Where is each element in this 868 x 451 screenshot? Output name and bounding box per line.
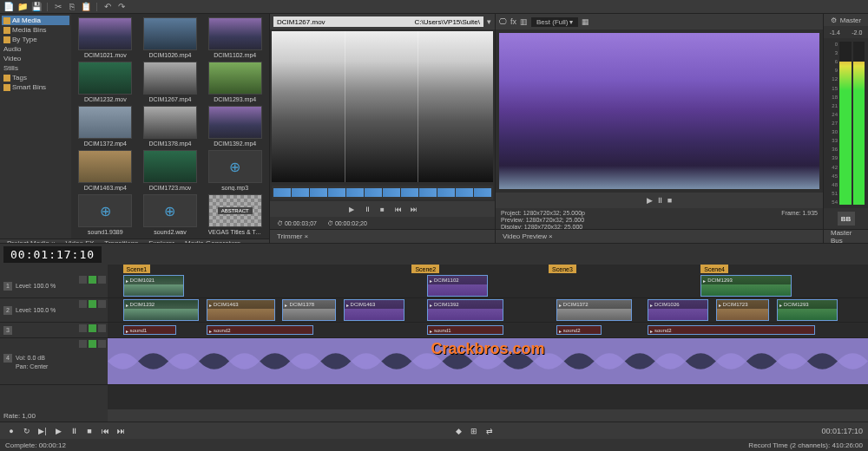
quality-dropdown[interactable]: Best (Full) ▾ [531,17,578,27]
close-icon[interactable]: × [549,232,553,240]
paste-icon[interactable]: 📋 [81,2,91,12]
track-fx-icon[interactable] [98,340,106,348]
mute-icon[interactable] [79,324,87,332]
undo-icon[interactable]: ↶ [102,2,113,12]
solo-icon[interactable] [89,276,96,284]
preview-viewport[interactable] [499,33,819,189]
audio-waveform-track[interactable]: Crackbros.com [108,338,868,385]
tree-item[interactable]: Media Bins [2,25,69,35]
media-item[interactable]: DCIM1372.mp4 [75,106,136,147]
track-header[interactable]: 4Vol: 0.0 dBPan: Center [0,338,108,385]
media-item[interactable]: DCIM1026.mp4 [140,17,201,58]
prev-frame-icon[interactable]: ⏮ [392,203,404,215]
timeline-clip[interactable]: ▸DCIM1102 [427,275,488,297]
pause-icon[interactable]: ⏸ [68,425,80,437]
track-fx-icon[interactable] [98,276,106,284]
trimmer-timeline[interactable] [272,186,493,199]
pause-icon[interactable]: ⏸ [361,203,373,215]
marker-icon[interactable]: ◆ [452,425,464,437]
media-item[interactable]: DCIM1723.mov [140,150,201,191]
timeline-clip[interactable]: ▸DCIM1463 [344,299,404,321]
video-track-2[interactable]: ▸DCIM1232▸DCIM1463▸DCIM1378▸DCIM1463▸DCI… [108,298,868,323]
cut-icon[interactable]: ✂ [53,2,63,12]
track-header[interactable]: 1Level: 100.0 % [0,274,108,298]
fx-icon[interactable]: fx [510,17,516,26]
mute-icon[interactable] [79,276,87,284]
redo-icon[interactable]: ↷ [116,2,127,12]
goto-start-icon[interactable]: ⏮ [99,425,111,437]
record-icon[interactable]: ● [5,425,17,437]
mute-icon[interactable] [79,300,87,308]
trimmer-preview[interactable] [272,31,493,182]
timeline-marker[interactable]: Scene3 [549,265,576,273]
new-icon[interactable]: 📄 [3,2,14,12]
tab-master-bus[interactable]: Master Bus [827,229,865,245]
media-item[interactable]: VEGAS Titles & Text abstract [204,194,266,235]
media-item[interactable]: DCIM1232.mov [75,62,136,102]
split-icon[interactable]: ▥ [520,17,528,26]
media-item[interactable]: DCIM1102.mp4 [204,17,266,58]
audio-track-1[interactable]: ▸sound1▸sound2▸sound1▸sound2▸sound2 [108,323,868,338]
loop-icon[interactable]: ↻ [21,425,33,437]
trimmer-file-dropdown[interactable]: DCIM1267.mov C:\Users\VP15\Suite\ [273,16,483,27]
tree-item[interactable]: By Type [2,35,69,44]
timeline-clip[interactable]: ▸sound2 [556,325,602,335]
tracks-content[interactable]: Scene1Scene2Scene3Scene4 ▸DCIM1021▸DCIM1… [108,265,868,409]
media-item[interactable]: ⊕sound1.9389 [75,194,136,235]
track-header[interactable]: 2Level: 100.0 % [0,298,108,323]
timeline-clip[interactable]: ▸DCIM1463 [207,299,275,321]
timeline-clip[interactable]: ▸DCIM1723 [716,299,769,321]
timeline-clip[interactable]: ▸DCIM1021 [123,275,184,297]
timeline-scrollbar[interactable] [108,409,868,422]
tree-item[interactable]: Tags [2,73,69,82]
track-fx-icon[interactable] [98,300,106,308]
play-icon[interactable]: ▶ [647,196,653,205]
tab-video-preview[interactable]: Video Preview× [499,232,556,240]
pause-icon[interactable]: ⏸ [656,196,664,205]
timeline-clip[interactable]: ▸sound1 [427,325,503,335]
timeline-clip[interactable]: ▸DCIM1378 [282,299,335,321]
open-icon[interactable]: 📁 [17,2,28,12]
timeline-clip[interactable]: ▸DCIM1372 [556,299,633,321]
goto-end-icon[interactable]: ⏭ [115,425,127,437]
video-track-1[interactable]: ▸DCIM1021▸DCIM1102▸DCIM1293 [108,274,868,298]
tree-item[interactable]: Smart Bins [2,82,69,92]
save-icon[interactable]: 💾 [31,2,42,12]
solo-icon[interactable] [89,324,96,332]
media-item[interactable]: ⊕song.mp3 [204,150,266,191]
timeline-clip[interactable]: ▸sound2 [207,325,313,335]
stop-icon[interactable]: ■ [667,196,672,205]
media-item[interactable]: DCIM1293.mp4 [204,62,266,102]
timeline-clip[interactable]: ▸DCIM1232 [123,299,200,321]
timeline-clip[interactable]: ▸DCIM1392 [427,299,503,321]
close-icon[interactable]: × [304,232,308,240]
timecode-display[interactable]: 00:01:17:10 [3,246,102,263]
media-item[interactable]: DCIM1463.mp4 [75,150,136,191]
gear-icon[interactable]: ⚙ [831,16,837,24]
stop-icon[interactable]: ■ [377,203,389,215]
media-item[interactable]: ⊕sound2.wav [140,194,201,235]
play-icon[interactable]: ▶ [345,203,358,215]
play-start-icon[interactable]: ▶| [36,425,49,437]
next-frame-icon[interactable]: ⏭ [408,203,420,215]
play-icon[interactable]: ▶ [52,425,64,437]
media-item[interactable]: DCIM1378.mp4 [140,106,201,147]
monitor-icon[interactable]: 🖵 [499,17,507,26]
media-item[interactable]: DCIM1267.mp4 [140,62,201,102]
tab-trimmer[interactable]: Trimmer× [273,232,312,240]
timeline-clip[interactable]: ▸sound1 [123,325,176,335]
stop-icon[interactable]: ■ [83,425,95,437]
timeline-marker[interactable]: Scene1 [123,265,151,273]
solo-icon[interactable] [89,300,96,308]
snap-icon[interactable]: ⊞ [468,425,480,437]
timeline-clip[interactable]: ▸sound2 [648,325,815,335]
timeline-marker[interactable]: Scene4 [700,265,728,273]
track-fx-icon[interactable] [98,324,106,332]
timeline-clip[interactable]: ▸DCIM1293 [700,275,792,297]
tree-item[interactable]: Audio [2,44,69,54]
solo-icon[interactable] [89,340,96,348]
copy-icon[interactable]: ⎘ [67,2,77,12]
timeline-clip[interactable]: ▸DCIM1293 [777,299,838,321]
tree-item[interactable]: Stills [2,63,69,73]
media-item[interactable]: DCIM1021.mov [75,17,136,58]
